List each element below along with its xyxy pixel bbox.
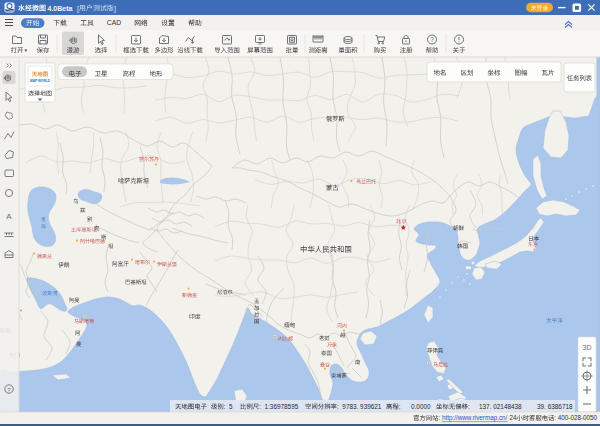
svg-text:4.0Beta: 4.0Beta — [48, 5, 75, 12]
svg-text:http://www.rivermap.cn/: http://www.rivermap.cn/ — [442, 414, 508, 422]
svg-text:: 5: : 5 — [224, 403, 233, 410]
svg-text:: 9783. 939621: : 9783. 939621 — [337, 403, 382, 410]
svg-text::: : — [468, 403, 470, 410]
svg-text:: 1:36978595: : 1:36978595 — [259, 403, 299, 410]
svg-text:39. 6386718: 39. 6386718 — [537, 403, 573, 410]
svg-text:A: A — [6, 212, 12, 221]
svg-text:[: [ — [77, 5, 79, 13]
svg-text:MAP WORLD: MAP WORLD — [30, 79, 51, 83]
svg-text:3D: 3D — [583, 344, 592, 351]
svg-text:CAD: CAD — [107, 19, 121, 26]
svg-text:0.0000: 0.0000 — [411, 403, 431, 410]
svg-text::: : — [399, 403, 401, 410]
svg-text:137. 02148438: 137. 02148438 — [479, 403, 522, 410]
svg-text:: 400-028-0050: : 400-028-0050 — [554, 414, 597, 421]
svg-text:]: ] — [114, 5, 116, 13]
svg-text:24: 24 — [508, 414, 517, 421]
svg-text:?: ? — [430, 36, 434, 43]
